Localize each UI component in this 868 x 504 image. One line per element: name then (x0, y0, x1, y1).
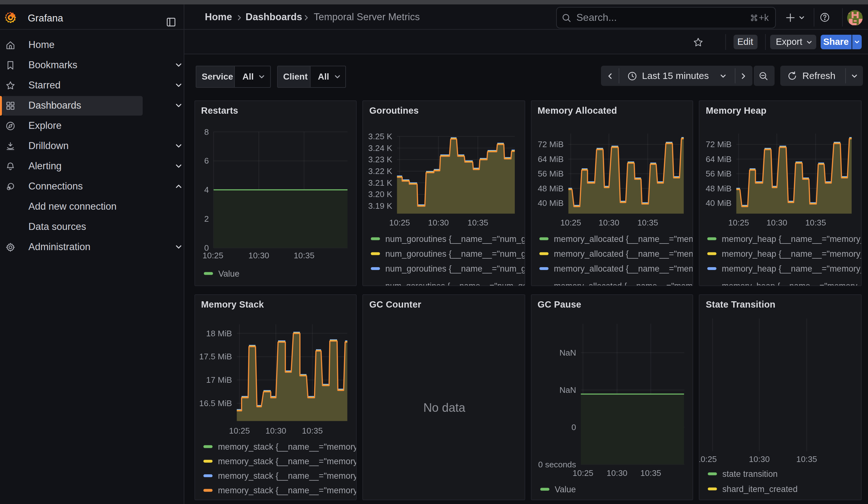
svg-text:10:35: 10:35 (640, 468, 661, 477)
svg-text:3.22 K: 3.22 K (368, 166, 393, 176)
svg-text:10:25: 10:25 (560, 218, 581, 227)
svg-text:memory_heap {__name__="memory_: memory_heap {__name__="memory_heap",inst (722, 264, 862, 273)
svg-text:memory_heap {__name__="memory_: memory_heap {__name__="memory_heap",inst (722, 249, 862, 258)
svg-text:memory_allocated {__name__="me: memory_allocated {__name__="memory_alloc… (554, 249, 693, 258)
svg-text:2: 2 (204, 214, 209, 223)
svg-text:10:35: 10:35 (467, 218, 488, 227)
svg-text:Value: Value (218, 269, 239, 278)
svg-text:56 MiB: 56 MiB (538, 169, 564, 178)
svg-text:6: 6 (204, 156, 209, 165)
svg-text:10:30: 10:30 (248, 250, 269, 260)
svg-text:shard_item_created: shard_item_created (722, 484, 798, 494)
svg-text:10:25: 10:25 (700, 454, 717, 464)
svg-text:3.19 K: 3.19 K (368, 201, 393, 210)
svg-text:10:30: 10:30 (766, 218, 787, 227)
svg-text:10:25: 10:25 (389, 218, 410, 227)
svg-text:10:35: 10:35 (805, 218, 826, 227)
svg-text:10:25: 10:25 (202, 250, 223, 260)
svg-text:48 MiB: 48 MiB (538, 184, 564, 193)
svg-text:10:25: 10:25 (728, 218, 749, 227)
svg-text:10:35: 10:35 (302, 426, 323, 435)
svg-text:10:35: 10:35 (293, 250, 314, 260)
svg-text:10:30: 10:30 (606, 468, 627, 477)
svg-text:10:30: 10:30 (265, 426, 286, 435)
svg-text:memory_heap {__name__="memory_: memory_heap {__name__="memory_heap",inst (722, 234, 862, 244)
svg-text:memory_allocated {__name__="me: memory_allocated {__name__="memory_alloc… (554, 281, 693, 286)
svg-text:num_goroutines {__name__="num_: num_goroutines {__name__="num_goroutines… (385, 281, 525, 286)
svg-text:48 MiB: 48 MiB (706, 184, 732, 193)
svg-text:56 MiB: 56 MiB (706, 169, 732, 178)
svg-text:memory_allocated {__name__="me: memory_allocated {__name__="memory_alloc… (554, 264, 693, 273)
svg-text:10:30: 10:30 (428, 218, 449, 227)
svg-text:10:35: 10:35 (637, 218, 658, 227)
svg-text:40 MiB: 40 MiB (706, 198, 732, 207)
svg-text:18 MiB: 18 MiB (206, 328, 232, 338)
svg-text:NaN: NaN (559, 385, 576, 394)
svg-text:memory_allocated {__name__="me: memory_allocated {__name__="memory_alloc… (554, 234, 693, 244)
svg-text:memory_stack {__name__="memory: memory_stack {__name__="memory_stack",in (217, 485, 356, 495)
svg-text:3.21 K: 3.21 K (368, 178, 393, 187)
svg-text:10:25: 10:25 (229, 426, 250, 435)
svg-text:memory_stack {__name__="memory: memory_stack {__name__="memory_stack",in (217, 471, 356, 480)
svg-text:0: 0 (571, 422, 576, 432)
svg-text:72 MiB: 72 MiB (538, 139, 564, 149)
svg-text:0 seconds: 0 seconds (538, 460, 576, 469)
svg-text:num_goroutines {__name__="num_: num_goroutines {__name__="num_goroutines… (385, 264, 525, 273)
svg-text:16.5 MiB: 16.5 MiB (199, 398, 232, 408)
svg-text:state transition: state transition (722, 469, 778, 479)
svg-text:64 MiB: 64 MiB (538, 154, 564, 164)
svg-text:3.20 K: 3.20 K (368, 189, 393, 199)
svg-text:memory_stack {__name__="memory: memory_stack {__name__="memory_stack",in (217, 456, 356, 466)
svg-text:10:30: 10:30 (598, 218, 619, 227)
svg-text:64 MiB: 64 MiB (706, 154, 732, 164)
svg-text:3.24 K: 3.24 K (368, 143, 393, 153)
svg-text:memory_stack {__name__="memory: memory_stack {__name__="memory_stack",in (217, 442, 356, 451)
svg-text:17 MiB: 17 MiB (206, 375, 232, 384)
svg-text:num_goroutines {__name__="num_: num_goroutines {__name__="num_goroutines… (385, 249, 525, 258)
svg-text:10:30: 10:30 (749, 454, 770, 464)
svg-text:40 MiB: 40 MiB (538, 198, 564, 207)
svg-text:memory_heap {__name__="memory_: memory_heap {__name__="memory_heap",inst (722, 281, 862, 286)
svg-text:8: 8 (204, 127, 209, 136)
svg-text:NaN: NaN (559, 348, 576, 357)
svg-text:10:25: 10:25 (572, 468, 593, 477)
svg-text:72 MiB: 72 MiB (706, 139, 732, 149)
svg-text:num_goroutines {__name__="num_: num_goroutines {__name__="num_goroutines… (385, 234, 525, 244)
svg-text:17.5 MiB: 17.5 MiB (199, 351, 232, 361)
svg-text:3.25 K: 3.25 K (368, 131, 393, 141)
svg-text:10:35: 10:35 (796, 454, 817, 464)
svg-text:3.23 K: 3.23 K (368, 154, 393, 164)
svg-text:4: 4 (204, 185, 209, 194)
svg-text:Value: Value (555, 484, 576, 494)
